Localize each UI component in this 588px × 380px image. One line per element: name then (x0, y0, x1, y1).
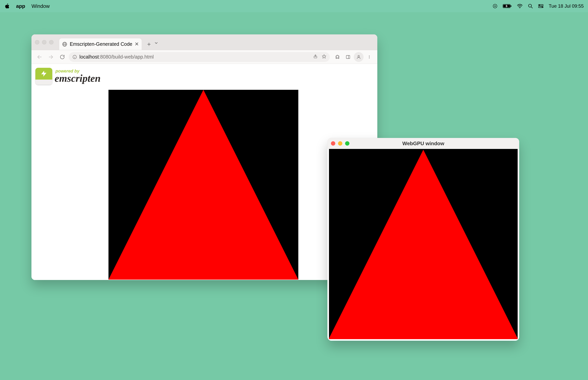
emscripten-logo-icon (35, 68, 52, 85)
menubar-window-menu[interactable]: Window (31, 3, 50, 9)
share-icon[interactable] (313, 54, 318, 60)
native-app-window: WebGPU window (327, 138, 519, 341)
native-titlebar: WebGPU window (327, 138, 519, 149)
svg-point-27 (369, 57, 369, 57)
sidepanel-icon[interactable] (343, 52, 353, 62)
close-window-dot[interactable] (35, 40, 39, 44)
tab-title: Emscripten-Generated Code (70, 41, 132, 47)
extensions-icon[interactable] (333, 52, 342, 62)
svg-point-28 (369, 58, 369, 58)
screen-record-icon[interactable] (493, 3, 498, 9)
forward-button[interactable] (46, 52, 56, 62)
svg-point-12 (542, 7, 543, 7)
zoom-window-dot[interactable] (49, 40, 54, 44)
svg-rect-23 (346, 56, 350, 58)
svg-point-7 (529, 4, 531, 7)
bookmark-star-icon[interactable] (322, 54, 326, 60)
minimize-window-dot[interactable] (42, 40, 46, 44)
red-triangle (109, 90, 298, 280)
browser-tab[interactable]: Emscripten-Generated Code ✕ (59, 38, 142, 50)
macos-menubar: app Window Tue 18 Jul 09:55 (0, 0, 588, 12)
logo-wordmark: emscripten (55, 73, 101, 83)
svg-marker-29 (41, 71, 47, 77)
svg-point-6 (520, 8, 520, 8)
reload-button[interactable] (57, 52, 67, 62)
tabs-dropdown-icon[interactable] (154, 41, 158, 46)
page-content: powered by emscripten (31, 64, 377, 280)
globe-icon (62, 41, 67, 47)
svg-point-25 (358, 56, 360, 57)
close-tab-icon[interactable]: ✕ (135, 41, 139, 47)
info-icon (72, 55, 77, 59)
close-window-dot[interactable] (331, 141, 335, 146)
browser-toolbar: localhost:8080/build-web/app.html (31, 50, 377, 64)
url-text: localhost:8080/build-web/app.html (79, 54, 154, 60)
svg-point-26 (369, 56, 369, 56)
emscripten-logo: powered by emscripten (34, 67, 103, 86)
apple-logo-icon[interactable] (4, 3, 10, 9)
svg-point-10 (539, 5, 540, 5)
svg-line-8 (531, 7, 532, 8)
minimize-window-dot[interactable] (338, 141, 342, 146)
new-tab-button[interactable]: ＋ (145, 40, 153, 48)
menubar-app-name[interactable]: app (16, 3, 25, 9)
red-triangle (329, 150, 518, 339)
back-button[interactable] (35, 52, 44, 62)
wifi-icon[interactable] (517, 4, 523, 8)
browser-window: Emscripten-Generated Code ✕ ＋ localhost:… (31, 34, 377, 280)
browser-menu-icon[interactable] (364, 52, 374, 62)
webgpu-canvas (329, 149, 518, 339)
traffic-lights[interactable] (35, 40, 54, 44)
native-window-title: WebGPU window (349, 140, 497, 147)
svg-marker-22 (322, 55, 326, 58)
profile-icon[interactable] (354, 52, 363, 62)
svg-rect-4 (511, 5, 511, 7)
control-center-icon[interactable] (538, 4, 544, 8)
zoom-window-dot[interactable] (345, 141, 349, 146)
svg-marker-1 (495, 5, 496, 7)
battery-icon[interactable] (503, 4, 512, 8)
browser-tabstrip: Emscripten-Generated Code ✕ ＋ (31, 34, 377, 50)
spotlight-icon[interactable] (528, 3, 533, 9)
address-bar[interactable]: localhost:8080/build-web/app.html (69, 52, 330, 62)
traffic-lights[interactable] (331, 141, 349, 146)
webgpu-canvas (109, 90, 298, 280)
menubar-clock[interactable]: Tue 18 Jul 09:55 (549, 3, 584, 9)
